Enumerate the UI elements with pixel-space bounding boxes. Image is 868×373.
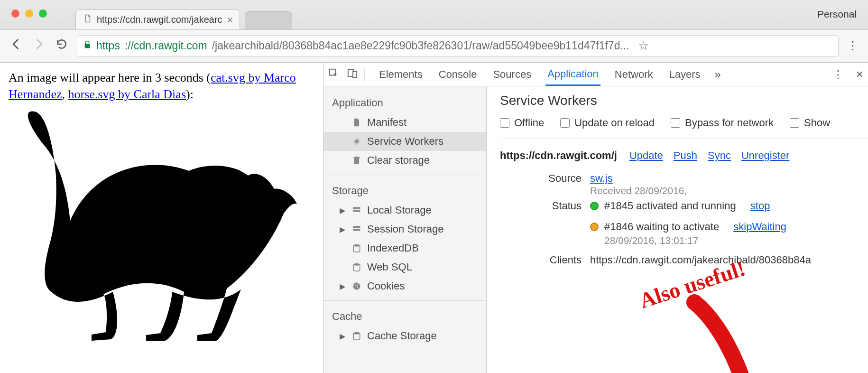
sidebar-group-storage: Storage	[323, 180, 486, 201]
url-host: ://cdn.rawgit.com	[125, 39, 207, 52]
checkbox-show-all[interactable]: Show	[790, 117, 830, 129]
devtools-tab-layers[interactable]: Layers	[667, 64, 702, 85]
checkbox-label: Update on reload	[574, 117, 655, 129]
devtools-tab-application[interactable]: Application	[545, 63, 600, 86]
sw-action-push[interactable]: Push	[674, 149, 697, 162]
sidebar-item-label: Local Storage	[367, 204, 432, 216]
sw-stop-link[interactable]: stop	[750, 200, 770, 212]
sw-status-activated: #1845 activated and running stop	[590, 200, 868, 212]
window-close-button[interactable]	[11, 9, 19, 18]
window-maximize-button[interactable]	[39, 9, 47, 18]
sidebar-item-label: Cookies	[367, 280, 405, 292]
devtools-body: Application Manifest Service Workers Cle…	[323, 86, 868, 373]
sw-status-row: Status #1845 activated and running stop …	[500, 200, 868, 246]
sw-origin-actions: Update Push Sync Unregister	[629, 149, 790, 162]
inspect-element-icon[interactable]	[328, 68, 339, 81]
devtools-menu-button[interactable]: ⋮	[832, 68, 844, 81]
sidebar-group-cache: Cache	[323, 306, 486, 326]
svg-point-14	[353, 332, 360, 335]
sidebar-group-application: Application	[323, 92, 486, 113]
sw-status-waiting-text: #1846 waiting to activate	[604, 221, 719, 233]
checkbox-offline[interactable]: Offline	[500, 117, 544, 129]
annotation-arrow-icon	[675, 293, 780, 373]
sidebar-item-label: Clear storage	[367, 154, 430, 167]
panel-options: Offline Update on reload Bypass for netw…	[500, 117, 868, 139]
sidebar-item-websql[interactable]: Web SQL	[323, 258, 486, 277]
sw-status-label: Status	[500, 200, 590, 212]
chrome-menu-button[interactable]: ⋮	[846, 42, 859, 49]
bookmark-star-icon[interactable]: ☆	[638, 38, 649, 53]
checkbox-label: Bypass for network	[685, 117, 774, 129]
omnibox[interactable]: https://cdn.rawgit.com/jakearchibald/803…	[77, 35, 839, 57]
forward-button[interactable]	[31, 37, 46, 54]
sidebar-item-cookies[interactable]: ▶ Cookies	[323, 277, 486, 296]
sidebar-item-session-storage[interactable]: ▶ Session Storage	[323, 220, 486, 239]
cat-image	[9, 104, 303, 342]
database-icon	[352, 243, 361, 253]
gear-icon	[352, 137, 361, 146]
svg-rect-5	[353, 210, 360, 212]
window-minimize-button[interactable]	[25, 9, 33, 18]
sidebar-item-local-storage[interactable]: ▶ Local Storage	[323, 201, 486, 220]
sidebar-item-label: Session Storage	[367, 223, 443, 235]
sidebar-item-service-workers[interactable]: Service Workers	[323, 132, 486, 151]
sw-source-link[interactable]: sw.js	[590, 172, 613, 184]
link-horse-svg[interactable]: horse.svg by Carla Dias	[68, 87, 186, 101]
sw-action-update[interactable]: Update	[629, 149, 663, 162]
sidebar-item-clear-storage[interactable]: Clear storage	[323, 151, 486, 170]
svg-point-12	[357, 286, 358, 288]
checkbox-label: Show	[804, 117, 830, 129]
sw-action-sync[interactable]: Sync	[708, 149, 731, 162]
sidebar-item-label: Web SQL	[367, 261, 412, 273]
devtools-tab-sources[interactable]: Sources	[491, 64, 533, 85]
svg-point-10	[353, 283, 360, 290]
devtools-tabbar: Elements Console Sources Application Net…	[323, 63, 868, 86]
page-icon	[83, 14, 92, 25]
devtools-tab-elements[interactable]: Elements	[377, 64, 425, 85]
titlebar: https://cdn.rawgit.com/jakearc × Persona…	[0, 0, 868, 29]
browser-chrome: https://cdn.rawgit.com/jakearc × Persona…	[0, 0, 868, 63]
reload-button[interactable]	[54, 38, 69, 54]
devtools-tab-overflow[interactable]: »	[715, 68, 721, 81]
checkbox-bypass-network[interactable]: Bypass for network	[671, 117, 774, 129]
status-dot-orange-icon	[590, 223, 599, 231]
sw-status-waiting: #1846 waiting to activate skipWaiting	[590, 221, 868, 233]
page-paragraph: An image will appear here in 3 seconds (…	[9, 69, 314, 103]
page-text-tail: ):	[186, 87, 194, 101]
tab-strip: https://cdn.rawgit.com/jakearc ×	[75, 0, 292, 28]
devtools-tab-console[interactable]: Console	[437, 64, 479, 85]
new-tab-button[interactable]	[245, 11, 292, 29]
back-button[interactable]	[9, 37, 24, 54]
sw-clients-value: https://cdn.rawgit.com/jakearchibald/803…	[590, 254, 868, 266]
devtools: Elements Console Sources Application Net…	[323, 63, 868, 373]
browser-tab[interactable]: https://cdn.rawgit.com/jakearc ×	[75, 9, 240, 29]
trash-icon	[352, 156, 361, 165]
database-icon	[352, 331, 361, 341]
window-controls	[0, 0, 47, 18]
devtools-close-button[interactable]: ×	[856, 67, 863, 82]
sw-skipwaiting-link[interactable]: skipWaiting	[733, 221, 786, 233]
sidebar-item-label: IndexedDB	[367, 242, 419, 254]
profile-label[interactable]: Personal	[817, 9, 857, 20]
svg-point-13	[358, 284, 359, 285]
devtools-tab-network[interactable]: Network	[613, 64, 655, 85]
sidebar-item-cache-storage[interactable]: ▶ Cache Storage	[323, 326, 486, 345]
svg-rect-7	[353, 229, 360, 231]
svg-rect-2	[353, 71, 357, 77]
svg-rect-4	[353, 207, 360, 209]
nav-toolbar: https://cdn.rawgit.com/jakearchibald/803…	[0, 29, 868, 62]
lock-icon	[83, 40, 92, 51]
grid-icon	[352, 205, 361, 215]
device-toolbar-icon[interactable]	[347, 68, 358, 81]
tab-close-icon[interactable]: ×	[227, 15, 233, 25]
url-scheme: https	[96, 39, 120, 52]
sw-clients-row: Clients https://cdn.rawgit.com/jakearchi…	[500, 254, 868, 266]
sidebar-item-manifest[interactable]: Manifest	[323, 113, 486, 132]
grid-icon	[352, 224, 361, 234]
sw-action-unregister[interactable]: Unregister	[741, 149, 789, 162]
checkbox-update-on-reload[interactable]: Update on reload	[560, 117, 655, 129]
page-text: An image will appear here in 3 seconds (	[9, 71, 211, 84]
svg-point-8	[353, 244, 360, 247]
database-icon	[352, 262, 361, 272]
sidebar-item-indexeddb[interactable]: IndexedDB	[323, 239, 486, 258]
